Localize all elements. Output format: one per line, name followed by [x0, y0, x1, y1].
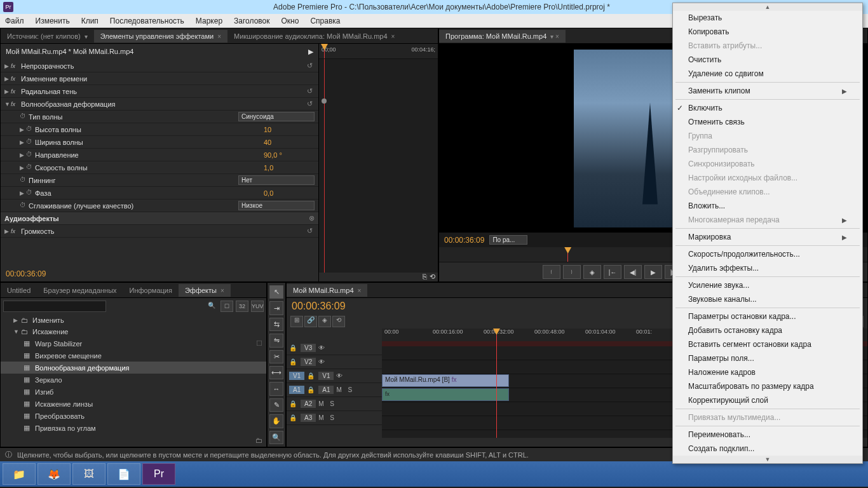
antialias-select[interactable]: Низкое — [238, 201, 315, 210]
direction-value[interactable]: 90,0 ° — [264, 151, 315, 159]
tab-info[interactable]: Информация — [123, 284, 179, 297]
new-bin-icon[interactable]: 🗀 — [1, 437, 266, 447]
go-to-in-button[interactable]: |← — [604, 265, 621, 279]
video-clip[interactable]: Мой MMail.Ru.mp4 [В] fx — [382, 374, 509, 387]
tree-preset[interactable]: ▦Изгиб — [1, 386, 266, 398]
menu-help[interactable]: Справка — [310, 17, 340, 25]
context-menu-item[interactable]: Звуковые каналы... — [673, 292, 862, 306]
tab-sequence[interactable]: Мой MMail.Ru.mp4× — [287, 284, 367, 297]
menu-edit[interactable]: Изменить — [36, 17, 70, 25]
fx-accel-icon[interactable]: ☐ — [220, 301, 233, 312]
track-select-tool[interactable]: ⇥ — [269, 301, 283, 315]
context-menu-item[interactable]: Корректирующий слой — [673, 393, 862, 407]
reset-icon[interactable]: ↺ — [304, 227, 315, 235]
tab-effect-controls[interactable]: Элементы управления эффектами× — [94, 30, 227, 43]
toggle-output-icon[interactable]: 👁 — [336, 372, 345, 379]
snap-icon[interactable]: ⊞ — [290, 316, 303, 327]
track-header[interactable]: A1🔒A1MS — [287, 383, 382, 397]
play-button[interactable]: ▶ — [644, 265, 662, 279]
marker-button[interactable]: ◈ — [583, 265, 601, 279]
lock-icon[interactable]: 🔒 — [289, 358, 298, 365]
stopwatch-icon[interactable]: ⏱ — [20, 201, 29, 210]
stopwatch-icon[interactable]: ⏱ — [26, 189, 35, 198]
effect-opacity[interactable]: Непрозрачность — [21, 62, 304, 70]
lock-icon[interactable]: 🔒 — [289, 400, 298, 407]
sync-lock-icon[interactable]: ⟲ — [332, 316, 345, 327]
wave-height-value[interactable]: 10 — [264, 126, 315, 133]
lock-icon[interactable]: 🔒 — [307, 372, 316, 379]
context-menu-item[interactable]: Вырезать — [673, 11, 862, 25]
program-timecode[interactable]: 00:00:36:09 — [444, 236, 484, 245]
stopwatch-icon[interactable]: ⏱ — [20, 176, 29, 185]
context-menu-item[interactable]: Наложение кадров — [673, 365, 862, 379]
effects-search-input[interactable] — [3, 301, 106, 312]
tree-folder[interactable]: ▼🗀Искажение — [1, 326, 266, 337]
context-menu-item[interactable]: Вложить... — [673, 199, 862, 213]
wave-speed-value[interactable]: 1,0 — [264, 164, 315, 172]
tree-preset[interactable]: ▦Преобразовать — [1, 410, 266, 422]
pen-tool[interactable]: ✎ — [269, 398, 283, 412]
tab-audio-mixer[interactable]: Микширование аудиоклипа: Мой MMail.Ru.mp… — [227, 30, 401, 43]
context-menu-item[interactable]: Добавить остановку кадра — [673, 323, 862, 337]
tab-project[interactable]: Untitled — [1, 284, 37, 297]
taskbar-firefox[interactable]: 🦊 — [37, 463, 71, 485]
stopwatch-icon[interactable]: ⏱ — [26, 151, 35, 159]
effect-radial-shadow[interactable]: Радиальная тень — [21, 88, 304, 95]
audio-clip[interactable]: fx — [382, 388, 509, 401]
context-menu-item[interactable]: Удаление со сдвигом — [673, 67, 862, 81]
context-menu-item[interactable]: Очистить — [673, 53, 862, 67]
tab-program[interactable]: Программа: Мой MMail.Ru.mp4▾ × — [439, 30, 566, 43]
menu-file[interactable]: Файл — [5, 17, 24, 25]
stopwatch-icon[interactable]: ⏱ — [26, 125, 35, 134]
step-back-button[interactable]: ◀| — [624, 265, 642, 279]
lock-icon[interactable]: 🔒 — [307, 386, 316, 393]
menu-clip[interactable]: Клип — [81, 17, 98, 25]
effect-ruler[interactable]: 00;00 00:04:16; — [319, 44, 438, 59]
mark-in-button[interactable]: ﹛ — [543, 265, 560, 279]
track-header[interactable]: 🔒A3MS — [287, 411, 382, 425]
context-menu-item[interactable]: Параметры остановки кадра... — [673, 309, 862, 323]
wave-width-value[interactable]: 40 — [264, 139, 315, 146]
track-header[interactable]: 🔒V3👁 — [287, 341, 382, 355]
reset-icon[interactable]: ↺ — [304, 100, 315, 108]
effect-wave-warp[interactable]: Волнообразная деформация — [21, 100, 304, 108]
effect-volume[interactable]: Громкость — [21, 227, 304, 235]
menu-scroll-down[interactable]: ▼ — [673, 456, 862, 463]
linked-selection-icon[interactable]: 🔗 — [304, 316, 317, 327]
ripple-edit-tool[interactable]: ⇆ — [269, 318, 283, 331]
selection-tool[interactable]: ↖ — [269, 285, 283, 299]
context-menu-item[interactable]: Параметры поля... — [673, 351, 862, 365]
context-menu-item[interactable]: Отменить связь — [673, 115, 862, 129]
tree-preset[interactable]: ▦Привязка по углам — [1, 422, 266, 434]
tree-preset[interactable]: ▦Искажение линзы — [1, 398, 266, 410]
stopwatch-icon[interactable]: ⏱ — [26, 163, 35, 172]
timeline-timecode[interactable]: 00:00:36:09 — [292, 301, 346, 312]
tab-effects[interactable]: Эффекты× — [179, 284, 231, 297]
hand-tool[interactable]: ✋ — [269, 414, 283, 428]
tree-preset[interactable]: ▦Warp Stabilizer☐ — [1, 337, 266, 349]
stopwatch-icon[interactable]: ⏱ — [20, 112, 29, 121]
phase-value[interactable]: 0,0 — [264, 189, 315, 197]
lock-icon[interactable]: 🔒 — [289, 344, 298, 351]
pinning-select[interactable]: Нет — [238, 175, 315, 185]
rolling-edit-tool[interactable]: ⇋ — [269, 334, 283, 347]
rate-stretch-tool[interactable]: ✂ — [269, 350, 283, 363]
toggle-output-icon[interactable]: 👁 — [318, 358, 327, 365]
loop-icon[interactable]: ⟲ — [430, 273, 435, 281]
razor-tool[interactable]: ⟷ — [269, 366, 283, 379]
menu-scroll-up[interactable]: ▲ — [673, 3, 862, 11]
context-menu-item[interactable]: Маркировка▶ — [673, 230, 862, 244]
fit-select[interactable]: По ра... — [489, 235, 527, 245]
fx-yuv-icon[interactable]: YUV — [251, 301, 264, 312]
context-menu-item[interactable]: Вставить сегмент остановки кадра — [673, 337, 862, 351]
reset-icon[interactable]: ↺ — [304, 87, 315, 95]
taskbar-explorer[interactable]: 📁 — [3, 463, 36, 485]
tree-preset[interactable]: ▦Волнообразная деформация — [1, 362, 266, 374]
menu-sequence[interactable]: Последовательность — [110, 17, 184, 25]
context-menu-item[interactable]: Копировать — [673, 25, 862, 39]
track-header[interactable]: V1🔒V1👁 — [287, 369, 382, 383]
context-menu-item[interactable]: Создать подклип... — [673, 442, 862, 456]
keyframe-marker[interactable] — [322, 98, 327, 104]
taskbar-image[interactable]: 🖼 — [72, 463, 105, 485]
lock-icon[interactable]: 🔒 — [289, 414, 298, 421]
